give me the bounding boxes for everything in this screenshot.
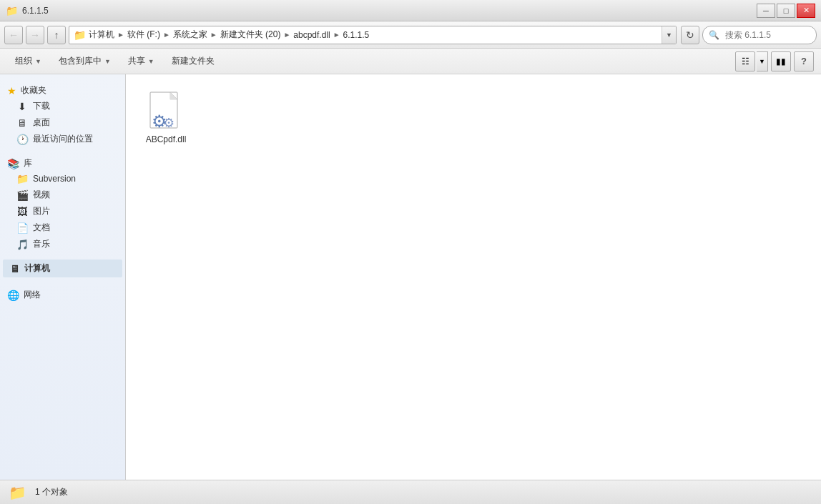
view-mode-dropdown[interactable]: ▼: [757, 51, 768, 71]
dll-file-icon: ⚙ ⚙: [146, 92, 186, 132]
file-name-abcpdf: ABCpdf.dll: [146, 134, 187, 144]
breadcrumb-newfolder[interactable]: 新建文件夹 (20): [220, 29, 281, 41]
sidebar-section-favorites[interactable]: ★ 收藏夹: [0, 80, 125, 98]
sidebar-subversion-label: Subversion: [33, 174, 76, 184]
breadcrumb-systemhome[interactable]: 系统之家: [173, 29, 207, 41]
maximize-button[interactable]: □: [777, 4, 795, 18]
minimize-button[interactable]: ─: [757, 4, 775, 18]
include-library-button[interactable]: 包含到库中 ▼: [51, 51, 119, 71]
search-bar: 🔍 ►: [702, 26, 817, 44]
breadcrumb-folder-icon: 📁: [74, 29, 86, 41]
share-arrow: ▼: [148, 58, 154, 65]
organize-label: 组织: [15, 55, 32, 67]
address-bar: 📁 计算机 ► 软件 (F:) ► 系统之家 ► 新建文件夹 (20) ► ab…: [69, 26, 662, 44]
computer-label: 计算机: [24, 262, 50, 275]
sidebar-item-download[interactable]: ⬇ 下载: [0, 98, 125, 114]
sidebar-divider-1: [0, 147, 125, 153]
share-label: 共享: [128, 55, 145, 67]
document-icon: 📄: [16, 222, 29, 234]
back-button[interactable]: ←: [4, 26, 23, 44]
sidebar-download-label: 下载: [33, 100, 50, 112]
sidebar-item-picture[interactable]: 🖼 图片: [0, 203, 125, 219]
search-input[interactable]: [719, 30, 817, 40]
share-button[interactable]: 共享 ▼: [120, 51, 162, 71]
recent-icon: 🕐: [16, 134, 29, 145]
title-controls: ─ □ ✕: [757, 4, 815, 18]
music-icon: 🎵: [16, 239, 29, 250]
new-folder-label: 新建文件夹: [172, 55, 215, 67]
video-icon: 🎬: [16, 189, 29, 201]
sidebar-item-desktop[interactable]: 🖥 桌面: [0, 114, 125, 131]
favorites-label: 收藏夹: [21, 84, 46, 97]
sidebar-music-label: 音乐: [33, 238, 50, 250]
sidebar-divider-3: [0, 279, 125, 285]
sidebar-divider-2: [0, 252, 125, 258]
breadcrumb-version[interactable]: 6.1.1.5: [343, 30, 370, 40]
refresh-button[interactable]: ↻: [681, 26, 699, 44]
sidebar-section-network[interactable]: 🌐 网络: [0, 285, 125, 302]
sidebar-section-library[interactable]: 📚 库: [0, 153, 125, 171]
include-library-arrow: ▼: [104, 58, 111, 65]
organize-button[interactable]: 组织 ▼: [7, 51, 49, 71]
sidebar-picture-label: 图片: [33, 205, 50, 217]
sidebar: ★ 收藏夹 ⬇ 下载 🖥 桌面 🕐 最近访问的位置 📚 库 📁 Subversi…: [0, 74, 126, 480]
breadcrumb-abcpdf[interactable]: abcpdf.dll: [293, 30, 330, 40]
sidebar-video-label: 视频: [33, 189, 50, 201]
status-bar: 📁 1 个对象: [0, 480, 821, 504]
dll-icon-svg: ⚙ ⚙: [146, 92, 186, 132]
sidebar-section-computer[interactable]: 🖥 计算机: [3, 260, 122, 277]
help-button[interactable]: ?: [794, 51, 814, 71]
sidebar-item-recent[interactable]: 🕐 最近访问的位置: [0, 131, 125, 147]
library-label: 库: [24, 157, 32, 169]
sidebar-desktop-label: 桌面: [33, 117, 50, 129]
view-buttons: ☷ ▼ ▮▮ ?: [735, 51, 814, 71]
preview-pane-button[interactable]: ▮▮: [771, 51, 791, 71]
sidebar-item-subversion[interactable]: 📁 Subversion: [0, 171, 125, 187]
main-area: ★ 收藏夹 ⬇ 下载 🖥 桌面 🕐 最近访问的位置 📚 库 📁 Subversi…: [0, 74, 821, 480]
organize-dropdown-arrow: ▼: [35, 58, 41, 65]
forward-button[interactable]: →: [26, 26, 44, 44]
address-dropdown-arrow[interactable]: ▼: [662, 26, 676, 44]
include-library-label: 包含到库中: [59, 55, 102, 67]
file-area: ⚙ ⚙ ABCpdf.dll: [126, 74, 821, 480]
search-icon: 🔍: [703, 30, 719, 40]
title-bar: 📁 6.1.1.5 ─ □ ✕: [0, 0, 821, 21]
breadcrumb-software[interactable]: 软件 (F:): [127, 29, 160, 41]
sidebar-item-document[interactable]: 📄 文档: [0, 219, 125, 236]
title-text: 6.1.1.5: [22, 6, 49, 16]
desktop-icon: 🖥: [16, 117, 29, 129]
file-item-abcpdf[interactable]: ⚙ ⚙ ABCpdf.dll: [137, 86, 195, 150]
breadcrumb-computer[interactable]: 计算机: [89, 29, 114, 41]
favorites-star-icon: ★: [7, 85, 16, 97]
address-bar-wrapper: 📁 计算机 ► 软件 (F:) ► 系统之家 ► 新建文件夹 (20) ► ab…: [69, 26, 677, 44]
download-icon: ⬇: [16, 101, 29, 112]
close-button[interactable]: ✕: [797, 4, 815, 18]
nav-bar: ← → ↑ 📁 计算机 ► 软件 (F:) ► 系统之家 ► 新建文件夹 (20…: [0, 21, 821, 49]
subversion-icon: 📁: [16, 173, 29, 184]
sidebar-item-music[interactable]: 🎵 音乐: [0, 236, 125, 252]
library-icon: 📚: [7, 158, 19, 169]
title-bar-left: 📁 6.1.1.5: [6, 5, 49, 16]
network-icon: 🌐: [7, 290, 19, 301]
sidebar-item-video[interactable]: 🎬 视频: [0, 187, 125, 203]
status-folder-icon: 📁: [9, 484, 26, 501]
svg-text:⚙: ⚙: [163, 116, 174, 130]
up-button[interactable]: ↑: [47, 26, 66, 44]
picture-icon: 🖼: [16, 206, 29, 217]
view-mode-button[interactable]: ☷: [735, 51, 755, 71]
status-count: 1 个对象: [35, 486, 68, 498]
sidebar-recent-label: 最近访问的位置: [33, 133, 93, 145]
computer-icon: 🖥: [10, 263, 20, 275]
new-folder-button[interactable]: 新建文件夹: [164, 51, 222, 71]
network-label: 网络: [24, 289, 41, 301]
sidebar-document-label: 文档: [33, 222, 50, 234]
toolbar: 组织 ▼ 包含到库中 ▼ 共享 ▼ 新建文件夹 ☷ ▼ ▮▮ ?: [0, 49, 821, 74]
